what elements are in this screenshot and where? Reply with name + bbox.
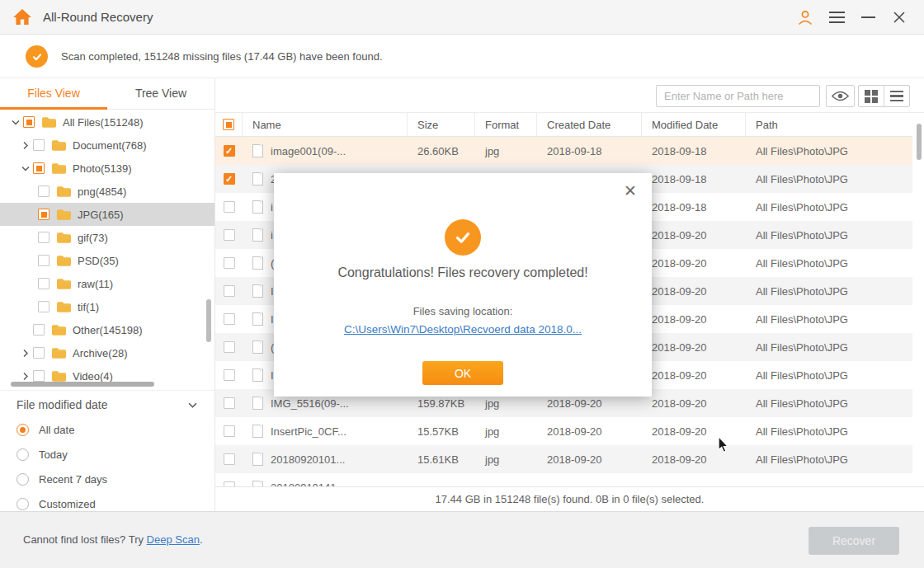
thumbnail-view-button[interactable] — [859, 86, 884, 106]
account-icon[interactable] — [795, 7, 815, 27]
deep-scan-link[interactable]: Deep Scan — [147, 533, 200, 546]
tree-item-document[interactable]: Document(768) — [0, 134, 214, 157]
recover-button[interactable]: Recover — [808, 527, 899, 555]
filter-option-all-date[interactable]: All date — [0, 417, 214, 442]
file-created-date: 2018-09-18 — [537, 145, 642, 157]
file-path: All Files\Photo\JPG — [746, 201, 912, 214]
row-checkbox[interactable] — [224, 453, 235, 465]
tree-checkbox[interactable] — [38, 278, 50, 289]
tree-checkbox[interactable] — [33, 370, 45, 382]
row-checkbox[interactable] — [224, 341, 235, 353]
tree-item-other[interactable]: Other(145198) — [0, 318, 214, 341]
chevron-down-icon[interactable] — [8, 115, 23, 129]
file-path: All Files\Photo\JPG — [746, 425, 912, 438]
folder-icon — [51, 323, 67, 336]
tree-item-jpg[interactable]: JPG(165) — [0, 203, 214, 226]
file-path: All Files\Photo\JPG — [746, 341, 912, 354]
tree-checkbox[interactable] — [33, 139, 45, 151]
column-header-path[interactable]: Path — [746, 113, 912, 136]
tree-item-label: Other(145198) — [73, 324, 143, 336]
file-name-cell: 20180920101... — [243, 453, 408, 466]
chevron-down-icon[interactable] — [18, 161, 33, 176]
column-header-modified-date[interactable]: Modified Date — [642, 113, 746, 136]
tree-vertical-scrollbar[interactable] — [206, 299, 211, 342]
radio-unselected[interactable] — [16, 448, 29, 461]
tree-checkbox[interactable] — [38, 255, 50, 266]
grid-icon — [865, 90, 878, 103]
radio-selected[interactable] — [16, 424, 29, 436]
file-icon — [252, 340, 263, 354]
row-checkbox[interactable] — [224, 397, 235, 409]
column-header-format[interactable]: Format — [475, 113, 537, 136]
home-icon[interactable] — [12, 7, 32, 27]
row-checkbox-cell — [215, 397, 243, 409]
ok-button[interactable]: OK — [422, 361, 503, 385]
tree-item-png[interactable]: png(4854) — [0, 180, 214, 203]
close-icon[interactable] — [889, 7, 909, 27]
table-row[interactable]: ✓image001(09-...26.60KBjpg2018-09-182018… — [215, 137, 912, 165]
row-checkbox-cell: ✓ — [215, 173, 243, 185]
tree-item-psd[interactable]: PSD(35) — [0, 249, 214, 272]
row-checkbox[interactable] — [224, 313, 235, 325]
radio-unselected[interactable] — [16, 498, 29, 510]
tree-item-photo[interactable]: Photo(5139) — [0, 157, 214, 180]
tree-checkbox[interactable] — [38, 301, 50, 312]
column-header-name[interactable]: Name — [243, 113, 408, 136]
table-row[interactable]: InsertPic_0CF...15.57KBjpg2018-09-202018… — [215, 417, 912, 445]
folder-icon — [51, 138, 67, 152]
tree-checkbox[interactable] — [33, 162, 45, 174]
tree-checkbox[interactable] — [38, 185, 50, 197]
tree-item-archive[interactable]: Archive(28) — [0, 341, 214, 364]
table-row[interactable]: 20180920101...15.61KBjpg2018-09-202018-0… — [215, 445, 912, 473]
list-view-button[interactable] — [884, 86, 910, 106]
row-checkbox[interactable] — [224, 285, 235, 297]
chevron-right-icon[interactable] — [18, 138, 33, 153]
folder-icon — [56, 231, 72, 244]
search-input[interactable] — [657, 90, 813, 102]
file-created-date: 2018-09-20 — [537, 397, 642, 410]
row-checkbox-cell — [215, 229, 243, 241]
filter-option-label: Customized — [39, 498, 96, 510]
filter-option-today[interactable]: Today — [0, 442, 214, 467]
tree-horizontal-scrollbar[interactable] — [11, 382, 154, 387]
tree-item-gif[interactable]: gif(73) — [0, 226, 214, 249]
column-header-created-date[interactable]: Created Date — [537, 113, 642, 136]
tree-checkbox[interactable] — [38, 209, 50, 220]
row-checkbox[interactable] — [224, 257, 235, 269]
file-path: All Files\Photo\JPG — [746, 453, 912, 466]
column-header-size[interactable]: Size — [408, 113, 475, 136]
minimize-icon[interactable] — [858, 7, 878, 27]
chevron-right-icon[interactable] — [18, 345, 33, 360]
tree-item-raw[interactable]: raw(11) — [0, 272, 214, 295]
filter-header[interactable]: File modified date — [0, 392, 214, 417]
row-checkbox[interactable] — [224, 369, 235, 381]
table-row[interactable]: 20180910141... — [215, 473, 912, 486]
row-checkbox[interactable] — [224, 229, 235, 241]
file-name: image001(09-... — [271, 145, 346, 157]
preview-button[interactable] — [826, 85, 855, 107]
file-icon — [252, 397, 263, 410]
filter-option-recent-7-days[interactable]: Recent 7 days — [0, 467, 214, 491]
tab-files-view[interactable]: Files View — [0, 78, 107, 109]
tree-item-all-files[interactable]: All Files(151248) — [0, 110, 214, 134]
row-checkbox[interactable] — [224, 425, 235, 437]
dialog-close-icon[interactable]: ✕ — [620, 180, 640, 202]
menu-icon[interactable] — [827, 7, 846, 27]
table-vertical-scrollbar[interactable] — [917, 124, 922, 160]
select-all-checkbox-cell — [215, 113, 243, 136]
tree-checkbox[interactable] — [23, 116, 35, 128]
saving-location-link[interactable]: C:\Users\Win7\Desktop\Recvoerd data 2018… — [344, 323, 582, 336]
row-checkbox-checked[interactable]: ✓ — [224, 173, 235, 185]
tree-checkbox[interactable] — [33, 324, 45, 336]
row-checkbox-checked[interactable]: ✓ — [224, 145, 235, 157]
select-all-checkbox[interactable] — [223, 119, 234, 130]
tab-tree-view[interactable]: Tree View — [107, 78, 214, 109]
row-checkbox[interactable] — [224, 201, 235, 213]
tree-checkbox[interactable] — [38, 232, 50, 243]
success-check-icon — [26, 45, 48, 68]
tree-item-tif[interactable]: tif(1) — [0, 295, 214, 318]
tree-checkbox[interactable] — [33, 347, 45, 359]
file-icon — [252, 453, 263, 466]
recovery-complete-dialog: ✕ Congratulations! Files recovery comple… — [274, 173, 652, 397]
radio-unselected[interactable] — [16, 473, 29, 486]
